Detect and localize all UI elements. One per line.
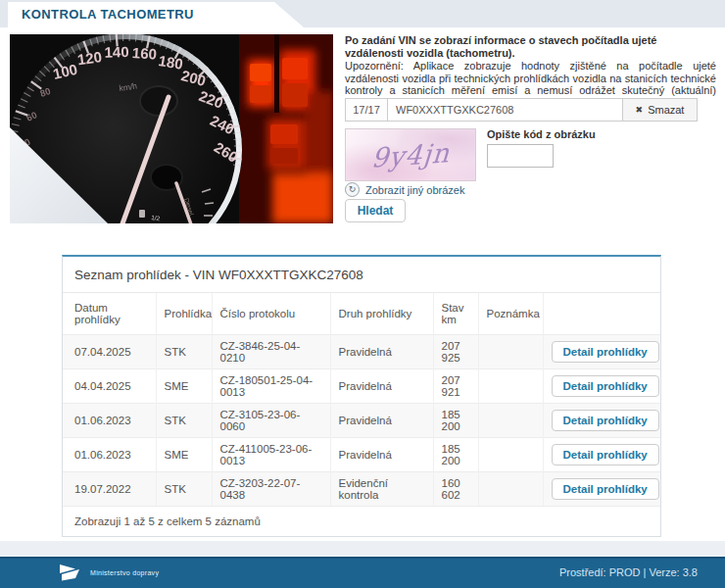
column-header: Datum prohlídky xyxy=(63,293,156,335)
cell-date: 19.07.2022 xyxy=(63,472,156,507)
cell-action: Detail prohlídky xyxy=(543,369,660,404)
results-panel: Seznam prohlídek - VIN WF0XXXTTGXKC27608… xyxy=(62,255,661,537)
page-title: KONTROLA TACHOMETRU xyxy=(22,7,194,22)
cell-station: SME xyxy=(156,438,212,472)
cell-protocol: CZ-411005-23-06-0013 xyxy=(212,438,330,472)
column-header: Číslo protokolu xyxy=(212,293,330,335)
vin-char-counter: 17/17 xyxy=(345,98,387,122)
cell-station: SME xyxy=(156,369,212,404)
detail-button[interactable]: Detail prohlídky xyxy=(552,478,659,500)
cell-note xyxy=(478,335,543,369)
cell-km: 185 200 xyxy=(433,438,478,472)
cell-km: 185 200 xyxy=(433,404,478,438)
intro-lead: Po zadání VIN se zobrazí informace o sta… xyxy=(345,34,717,59)
table-row: 01.06.2023SMECZ-411005-23-06-0013Pravide… xyxy=(63,438,660,472)
cell-date: 01.06.2023 xyxy=(63,404,156,438)
clear-vin-button[interactable]: ✖ Smazat xyxy=(623,98,698,122)
refresh-captcha-link[interactable]: ↻ Zobrazit jiný obrázek xyxy=(345,182,465,197)
inspection-table-body: 07.04.2025STKCZ-3846-25-04-0210Pravideln… xyxy=(63,335,660,507)
cell-protocol: CZ-180501-25-04-0013 xyxy=(212,369,330,404)
table-row: 04.04.2025SMECZ-180501-25-04-0013Pravide… xyxy=(63,369,660,404)
cell-action: Detail prohlídky xyxy=(543,438,660,472)
detail-button[interactable]: Detail prohlídky xyxy=(552,341,659,363)
cell-protocol: CZ-3203-22-07-0438 xyxy=(212,472,330,507)
inspections-table: Datum prohlídkyProhlídkaČíslo protokoluD… xyxy=(63,293,660,506)
column-header: Poznámka xyxy=(478,293,543,335)
cell-station: STK xyxy=(156,335,212,369)
cell-type: Pravidelná xyxy=(330,404,433,438)
cell-note xyxy=(478,404,543,438)
clear-vin-label: Smazat xyxy=(648,104,684,116)
gauge-number: 120 xyxy=(76,48,103,68)
cell-note xyxy=(478,438,543,472)
table-row: 01.06.2023STKCZ-3105-23-06-0060Pravideln… xyxy=(63,404,660,438)
vin-input[interactable] xyxy=(387,98,623,122)
refresh-captcha-label: Zobrazit jiný obrázek xyxy=(365,184,465,196)
vin-input-group: 17/17 ✖ Smazat xyxy=(345,98,698,122)
captcha-code-text: 9y4jn xyxy=(370,137,451,173)
cell-date: 07.04.2025 xyxy=(63,335,156,369)
speedometer-photo: 406080100120140160180200220240260 km/h D… xyxy=(10,34,333,223)
cell-date: 04.04.2025 xyxy=(63,369,156,404)
cell-station: STK xyxy=(156,472,212,507)
environment-version: Prostředí: PROD | Verze: 3.8 xyxy=(559,566,698,578)
x-icon: ✖ xyxy=(636,105,644,115)
cell-action: Detail prohlídky xyxy=(543,472,660,507)
fuel-half-label: 1/2 xyxy=(151,214,161,221)
column-header xyxy=(543,293,660,335)
cell-type: Pravidelná xyxy=(330,369,433,404)
table-row: 07.04.2025STKCZ-3846-25-04-0210Pravideln… xyxy=(63,335,660,369)
cell-type: Pravidelná xyxy=(330,438,433,472)
gauge-number: 160 xyxy=(131,44,157,63)
cell-date: 01.06.2023 xyxy=(63,438,156,472)
footer-bar: Ministerstvo dopravy Prostředí: PROD | V… xyxy=(0,557,725,588)
fuel-pump-icon xyxy=(139,210,145,218)
cell-station: STK xyxy=(156,404,212,438)
cell-km: 207 925 xyxy=(433,335,478,369)
results-title: Seznam prohlídek - VIN WF0XXXTTGXKC27608 xyxy=(63,257,660,293)
detail-button[interactable]: Detail prohlídky xyxy=(552,410,659,431)
table-header-row: Datum prohlídkyProhlídkaČíslo protokoluD… xyxy=(63,293,660,335)
cell-km: 160 602 xyxy=(433,472,478,507)
cell-type: Pravidelná xyxy=(330,335,433,369)
refresh-icon: ↻ xyxy=(345,182,360,197)
captcha-label: Opište kód z obrázku xyxy=(487,128,596,140)
red-display-glow xyxy=(239,34,333,223)
cell-note xyxy=(478,369,543,404)
cell-action: Detail prohlídky xyxy=(543,335,660,369)
detail-button[interactable]: Detail prohlídky xyxy=(552,375,659,397)
cell-km: 207 921 xyxy=(433,369,478,404)
gauge-number: 140 xyxy=(104,43,129,61)
results-summary: Zobrazuji 1 až 5 z celkem 5 záznamů xyxy=(63,506,660,536)
detail-button[interactable]: Detail prohlídky xyxy=(552,444,659,466)
column-header: Druh prohlídky xyxy=(330,293,433,335)
cell-protocol: CZ-3846-25-04-0210 xyxy=(212,335,330,369)
gauge-hub xyxy=(140,86,177,116)
captcha-image: 9y4jn xyxy=(345,128,476,181)
column-header: Stav km xyxy=(433,293,478,335)
cell-type: Evidenční kontrola xyxy=(330,472,433,507)
ministry-logo-icon xyxy=(57,563,84,582)
table-row: 19.07.2022STKCZ-3203-22-07-0438Evidenční… xyxy=(63,472,660,507)
ministry-name: Ministerstvo dopravy xyxy=(90,569,159,576)
search-button[interactable]: Hledat xyxy=(345,199,406,222)
captcha-input[interactable] xyxy=(487,144,554,168)
page: KONTROLA TACHOMETRU xyxy=(0,0,725,588)
cell-action: Detail prohlídky xyxy=(543,404,660,438)
cell-protocol: CZ-3105-23-06-0060 xyxy=(212,404,330,438)
cell-note xyxy=(478,472,543,507)
column-header: Prohlídka xyxy=(156,293,212,335)
